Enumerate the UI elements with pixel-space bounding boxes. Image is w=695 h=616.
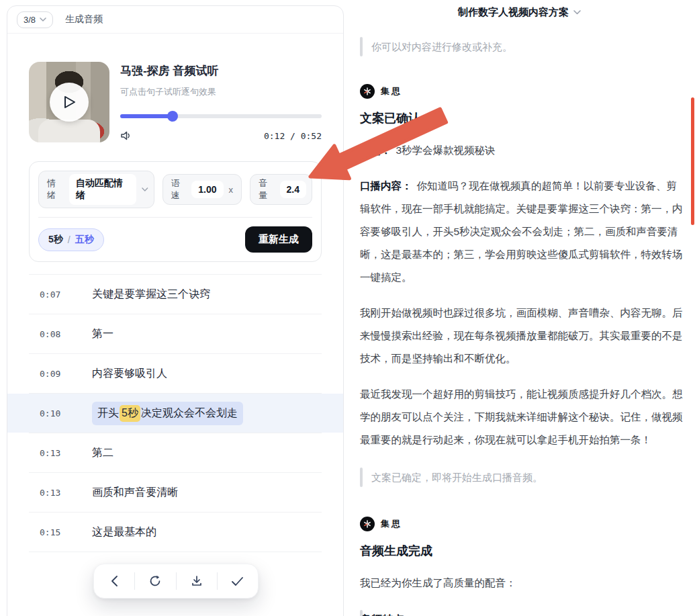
transcript-text: 画质和声音要清晰 bbox=[92, 486, 178, 500]
voice-settings-box: 情绪 自动匹配情绪 语速 1.00 x 音量 2.4 5秒 / 五秒 重新生成 bbox=[29, 161, 322, 262]
volume-icon[interactable] bbox=[120, 130, 132, 141]
refresh-icon bbox=[149, 575, 161, 587]
emotion-select[interactable]: 情绪 自动匹配情绪 bbox=[38, 171, 154, 208]
player-info: 马强-探房 音频试听 可点击句子试听逐句效果 0:12 / 0:52 bbox=[120, 62, 322, 142]
play-button[interactable] bbox=[50, 83, 89, 122]
message-paragraph: 我已经为你生成了高质量的配音： bbox=[360, 572, 683, 595]
conversation-title[interactable]: 制作数字人视频内容方案 bbox=[344, 6, 695, 19]
title-label: 标题： bbox=[360, 144, 391, 156]
transcript-row-active[interactable]: 0:10 开头 5秒 决定观众会不会划走 bbox=[7, 394, 343, 433]
chevron-down-icon bbox=[142, 187, 148, 191]
quote-bar bbox=[360, 37, 363, 56]
emotion-label: 情绪 bbox=[47, 177, 64, 202]
pronunciation-original: 5秒 bbox=[48, 234, 63, 246]
panel-title: 生成音频 bbox=[65, 13, 103, 26]
assistant-avatar bbox=[360, 517, 375, 531]
divider bbox=[29, 552, 322, 552]
script-content-paragraph: 口播内容：你知道吗？现在做视频真的超简单！以前要专业设备、剪辑软件，现在一部手机… bbox=[360, 175, 683, 289]
assistant-name: 集思 bbox=[381, 85, 402, 97]
transcript-text: 关键是要掌握这三个诀窍 bbox=[92, 288, 210, 302]
asterisk-logo-icon bbox=[363, 87, 371, 95]
text-segment: 决定观众会不会划走 bbox=[141, 406, 238, 421]
assistant-message-header: 集思 bbox=[360, 517, 679, 531]
script-title-line: 标题：3秒学会爆款视频秘诀 bbox=[360, 139, 683, 162]
timestamp: 0:13 bbox=[40, 488, 68, 498]
audio-title: 马强-探房 音频试听 bbox=[120, 63, 322, 79]
transcript-row[interactable]: 0:09 内容要够吸引人 bbox=[7, 354, 343, 393]
transcript-text: 第一 bbox=[92, 327, 113, 341]
transcript-list: 0:07 关键是要掌握这三个诀窍 0:08 第一 0:09 内容要够吸引人 0:… bbox=[7, 274, 343, 552]
play-icon bbox=[62, 94, 77, 110]
pronunciation-chip[interactable]: 5秒 / 五秒 bbox=[38, 228, 104, 251]
regenerate-button[interactable]: 重新生成 bbox=[245, 226, 312, 253]
check-icon bbox=[232, 577, 243, 586]
speed-input[interactable]: 语速 1.00 x bbox=[163, 174, 242, 205]
audio-subtitle: 可点击句子试听逐句效果 bbox=[120, 86, 322, 98]
regenerate-icon-button[interactable] bbox=[135, 564, 175, 598]
content-label: 口播内容： bbox=[360, 180, 412, 191]
timestamp: 0:09 bbox=[40, 369, 68, 379]
transcript-text: 这是最基本的 bbox=[92, 525, 156, 539]
timestamp: 0:07 bbox=[40, 290, 68, 300]
pronunciation-separator: / bbox=[68, 234, 71, 245]
sentence-highlight: 开头 5秒 决定观众会不会划走 bbox=[92, 402, 243, 425]
transcript-row[interactable]: 0:13 画质和声音要清晰 bbox=[7, 473, 343, 512]
transcript-text: 开头 5秒 决定观众会不会划走 bbox=[92, 402, 243, 425]
assistant-name: 集思 bbox=[381, 518, 402, 530]
progress-bar[interactable] bbox=[120, 114, 322, 118]
player-progress-thumb[interactable] bbox=[167, 111, 178, 122]
asterisk-logo-icon bbox=[363, 520, 371, 528]
transcript-row[interactable]: 0:13 第二 bbox=[7, 433, 343, 472]
download-button[interactable] bbox=[177, 564, 217, 598]
volume-input[interactable]: 音量 2.4 bbox=[250, 174, 312, 205]
step-label: 3/8 bbox=[24, 15, 36, 25]
step-selector[interactable]: 3/8 bbox=[17, 11, 53, 28]
transcript-row[interactable]: 0:08 第一 bbox=[7, 314, 343, 353]
chat-panel: 制作数字人视频内容方案 你可以对内容进行修改或补充。 集思 文案已确认 标题：3… bbox=[344, 0, 695, 616]
timestamp: 0:10 bbox=[40, 408, 68, 419]
chevron-down-icon bbox=[40, 17, 46, 21]
transcript-text: 第二 bbox=[92, 446, 113, 460]
pronunciation-reading: 五秒 bbox=[75, 234, 94, 246]
status-quote: 文案已确定，即将开始生成口播音频。 bbox=[360, 468, 679, 487]
speed-label: 语速 bbox=[171, 177, 187, 202]
thumbnail-person bbox=[38, 120, 100, 142]
chevron-down-icon bbox=[573, 10, 581, 15]
quote-bar bbox=[360, 468, 363, 487]
message-subheading: 音频特点 bbox=[360, 613, 679, 616]
volume-value: 2.4 bbox=[280, 181, 306, 198]
timestamp: 0:13 bbox=[40, 448, 68, 458]
emotion-value: 自动匹配情绪 bbox=[69, 174, 136, 205]
quote-bar-partial bbox=[360, 610, 363, 616]
transcript-row[interactable]: 0:07 关键是要掌握这三个诀窍 bbox=[7, 275, 343, 314]
timestamp: 0:08 bbox=[40, 329, 68, 339]
user-quote: 你可以对内容进行修改或补充。 bbox=[360, 37, 679, 56]
conversation-title-text: 制作数字人视频内容方案 bbox=[458, 6, 569, 19]
speed-value: 1.00 bbox=[191, 181, 223, 198]
transcript-text: 内容要够吸引人 bbox=[92, 367, 167, 381]
message-heading: 文案已确认 bbox=[360, 110, 679, 126]
scrollbar-thumb[interactable] bbox=[691, 97, 694, 225]
assistant-message-header: 集思 bbox=[360, 84, 679, 99]
action-toolbar bbox=[93, 564, 259, 599]
speed-unit: x bbox=[229, 185, 234, 195]
download-icon bbox=[191, 575, 203, 587]
audio-generation-panel: 3/8 生成音频 马强-探房 音频试听 可点击句子试听逐句效果 0:12 / 0… bbox=[7, 5, 344, 616]
timestamp: 0:15 bbox=[40, 527, 68, 537]
divider bbox=[38, 217, 312, 218]
player-progress-fill bbox=[120, 114, 173, 118]
message-heading: 音频生成完成 bbox=[360, 543, 679, 559]
audio-player-card: 马强-探房 音频试听 可点击句子试听逐句效果 0:12 / 0:52 bbox=[29, 62, 322, 142]
back-button[interactable] bbox=[94, 564, 134, 598]
assistant-avatar bbox=[360, 84, 375, 99]
video-thumbnail[interactable] bbox=[29, 62, 109, 142]
quote-text: 你可以对内容进行修改或补充。 bbox=[371, 37, 512, 56]
transcript-row[interactable]: 0:15 这是最基本的 bbox=[7, 513, 343, 552]
quote-text: 文案已确定，即将开始生成口播音频。 bbox=[371, 468, 543, 487]
confirm-button[interactable] bbox=[218, 564, 258, 598]
panel-header: 3/8 生成音频 bbox=[7, 6, 343, 34]
chevron-left-icon bbox=[111, 576, 118, 586]
time-display: 0:12 / 0:52 bbox=[264, 131, 322, 141]
message-paragraph: 最近我发现一个超好用的剪辑技巧，能让视频质感提升好几个档次。想学的朋友可以点个关… bbox=[360, 383, 683, 451]
title-value: 3秒学会爆款视频秘诀 bbox=[396, 144, 496, 156]
